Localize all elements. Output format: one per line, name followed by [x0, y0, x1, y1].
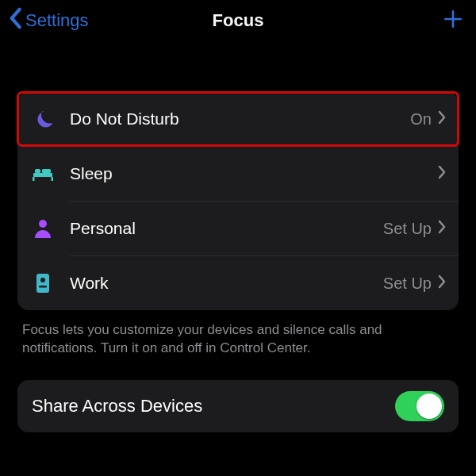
chevron-right-icon	[438, 165, 446, 182]
back-label: Settings	[25, 10, 89, 31]
share-label: Share Across Devices	[32, 396, 395, 416]
chevron-right-icon	[438, 274, 446, 292]
share-toggle[interactable]	[395, 391, 444, 421]
bed-icon	[30, 167, 56, 181]
svg-rect-0	[33, 173, 52, 177]
svg-rect-3	[35, 169, 40, 173]
focus-row-work[interactable]: Work Set Up	[17, 256, 459, 310]
person-icon	[30, 219, 56, 238]
focus-row-status: Set Up	[383, 220, 432, 238]
add-button[interactable]	[443, 9, 463, 33]
back-button[interactable]: Settings	[8, 7, 89, 34]
chevron-right-icon	[438, 110, 446, 128]
share-across-devices-row: Share Across Devices	[17, 380, 459, 432]
badge-icon	[30, 273, 56, 294]
chevron-right-icon	[438, 220, 446, 237]
share-group: Share Across Devices	[17, 380, 459, 432]
toggle-knob	[416, 393, 442, 419]
focus-row-do-not-disturb[interactable]: Do Not Disturb On	[17, 92, 459, 146]
svg-point-5	[39, 220, 47, 228]
focus-row-status: On	[410, 110, 432, 129]
svg-rect-2	[52, 177, 54, 181]
focus-row-label: Do Not Disturb	[70, 109, 410, 129]
focus-row-label: Personal	[70, 219, 383, 238]
nav-bar: Settings Focus	[0, 0, 476, 44]
svg-point-7	[40, 278, 45, 282]
moon-icon	[30, 109, 56, 129]
focus-row-personal[interactable]: Personal Set Up	[17, 202, 459, 255]
chevron-left-icon	[8, 7, 25, 34]
svg-rect-6	[36, 274, 49, 293]
svg-rect-8	[39, 286, 47, 288]
plus-icon	[443, 18, 463, 32]
focus-row-status: Set Up	[383, 274, 432, 293]
focus-list: Do Not Disturb On Sleep Personal Set Up …	[17, 92, 459, 310]
svg-rect-1	[33, 177, 35, 181]
focus-description: Focus lets you customize your devices an…	[22, 321, 454, 358]
focus-row-label: Sleep	[70, 164, 432, 183]
focus-row-sleep[interactable]: Sleep	[17, 147, 459, 201]
focus-row-label: Work	[70, 274, 383, 293]
svg-rect-4	[42, 169, 51, 173]
